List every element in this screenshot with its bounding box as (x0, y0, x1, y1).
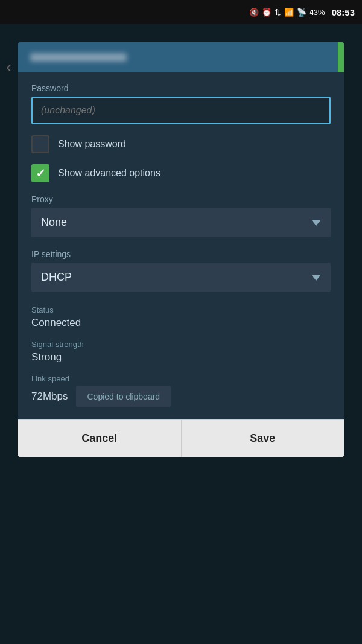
dialog-title (30, 53, 127, 62)
sync-icon: ⇅ (275, 8, 281, 17)
show-advanced-row[interactable]: Show advanced options (31, 164, 331, 182)
proxy-dropdown-arrow (311, 220, 321, 226)
proxy-label: Proxy (31, 194, 331, 204)
password-label: Password (31, 83, 331, 93)
link-speed-section: Link speed 72Mbps Copied to clipboard (31, 374, 331, 407)
show-advanced-checkbox[interactable] (31, 164, 49, 182)
wifi-icon: 📶 (284, 8, 294, 17)
show-advanced-label: Show advanced options (58, 168, 160, 179)
alarm-icon: ⏰ (262, 8, 272, 17)
proxy-value: None (41, 216, 67, 229)
battery-icon: 43% (310, 8, 325, 17)
ip-settings-label: IP settings (31, 249, 331, 259)
mute-icon: 🔇 (249, 8, 259, 17)
link-speed-row: 72Mbps Copied to clipboard (31, 386, 331, 407)
show-password-checkbox[interactable] (31, 135, 49, 153)
show-password-row[interactable]: Show password (31, 135, 331, 153)
status-label: Status (31, 305, 331, 314)
wifi-dialog: Password Show password Show advanced opt… (18, 42, 344, 457)
signal-icon: 📡 (297, 8, 306, 17)
ip-settings-dropdown[interactable]: DHCP (31, 263, 331, 292)
proxy-dropdown[interactable]: None (31, 208, 331, 237)
clipboard-toast: Copied to clipboard (76, 386, 171, 407)
link-speed-label: Link speed (31, 374, 331, 383)
dialog-header (18, 42, 344, 72)
signal-strength-bar (338, 42, 344, 72)
ip-settings-dropdown-arrow (311, 275, 321, 281)
show-password-label: Show password (58, 139, 126, 150)
status-value: Connected (31, 317, 331, 329)
signal-strength-section: Signal strength Strong (31, 340, 331, 363)
status-section: Status Connected (31, 305, 331, 329)
status-icons: 🔇 ⏰ ⇅ 📶 📡 43% 08:53 (249, 7, 355, 18)
status-bar: 🔇 ⏰ ⇅ 📶 📡 43% 08:53 (0, 0, 362, 24)
ip-settings-value: DHCP (41, 271, 72, 284)
signal-strength-label: Signal strength (31, 340, 331, 349)
password-input[interactable] (31, 97, 331, 124)
cancel-button[interactable]: Cancel (18, 420, 182, 457)
dialog-overlay: Password Show password Show advanced opt… (0, 24, 362, 644)
clock: 08:53 (332, 7, 355, 18)
link-speed-value: 72Mbps (31, 391, 68, 403)
dialog-footer: Cancel Save (18, 419, 344, 457)
dialog-body: Password Show password Show advanced opt… (18, 72, 344, 407)
signal-strength-value: Strong (31, 351, 331, 363)
save-button[interactable]: Save (182, 420, 345, 457)
